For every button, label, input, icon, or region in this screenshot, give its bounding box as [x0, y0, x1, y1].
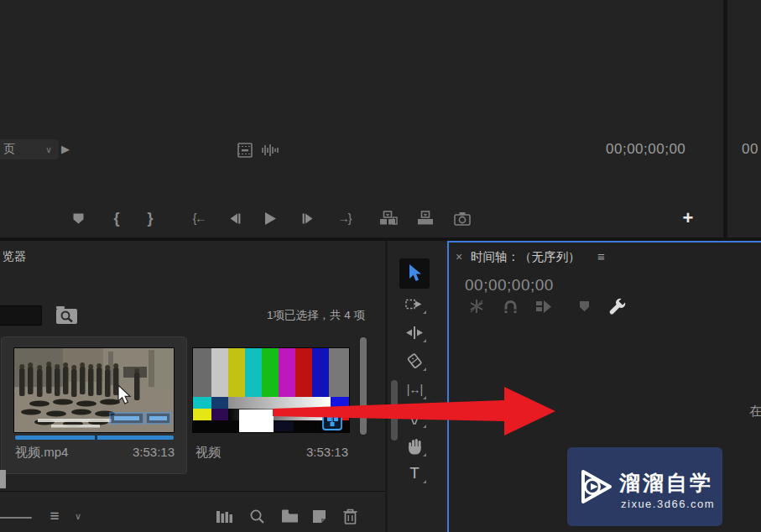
transport-controls: { } {← →} + — [0, 201, 723, 237]
mouse-cursor — [117, 384, 133, 406]
panel-divider[interactable] — [723, 0, 727, 237]
program-timecode-partial: 00 — [742, 141, 758, 158]
clip-duration: 3:53:13 — [298, 445, 348, 459]
step-forward-icon[interactable] — [295, 205, 321, 232]
watermark-badge: 溜溜自学 zixue.3d66.com — [567, 447, 722, 526]
play-icon[interactable] — [258, 205, 283, 232]
timeline-playhead-timecode[interactable]: 00;00;00;00 — [465, 276, 554, 295]
panel-tab-media-browser[interactable]: 览器 — [3, 249, 26, 264]
export-frame-icon[interactable] — [450, 205, 475, 232]
nest-sequences-icon[interactable] — [466, 295, 487, 317]
media-item-video-mp4[interactable]: 视频.mp4 3:53:13 — [2, 337, 186, 473]
clip-name[interactable]: 视频.mp4 — [15, 445, 68, 461]
selection-tool[interactable] — [399, 258, 430, 289]
add-marker-icon[interactable] — [573, 295, 595, 317]
scrub-playhead[interactable] — [95, 435, 97, 441]
clip-name[interactable]: 视频 — [195, 445, 221, 461]
tools-scrollbar[interactable] — [391, 380, 398, 441]
selection-status: 1项已选择，共 4 项 — [193, 308, 365, 323]
add-marker-icon[interactable] — [65, 205, 91, 232]
go-to-out-icon[interactable]: →} — [331, 205, 357, 232]
zoom-level-dropdown[interactable]: 页 ∨ — [0, 139, 59, 159]
mark-out-icon[interactable]: } — [138, 205, 163, 232]
new-bin-icon[interactable] — [279, 505, 300, 527]
clip-thumbnail[interactable] — [192, 347, 350, 433]
hand-tool[interactable] — [399, 434, 430, 459]
media-item-video-bars[interactable]: 视频 3:53:13 — [189, 337, 373, 473]
insert-icon[interactable] — [376, 205, 401, 232]
clear-trash-icon[interactable] — [339, 505, 361, 527]
overwrite-icon[interactable] — [413, 205, 438, 232]
clip-duration: 3:53:13 — [124, 445, 175, 459]
track-select-forward-tool[interactable] — [399, 291, 430, 316]
divider — [0, 491, 385, 492]
drag-video-only-icon[interactable] — [236, 141, 254, 159]
watermark-url: zixue.3d66.com — [621, 498, 715, 510]
clip-thumbnail[interactable] — [13, 347, 175, 433]
media-grid: 视频.mp4 3:53:13 — [0, 336, 385, 491]
chevron-down-icon[interactable]: ∨ — [67, 505, 89, 527]
ripple-edit-tool[interactable] — [399, 320, 430, 345]
slip-tool[interactable]: |↔| — [399, 377, 430, 402]
media-browser-panel: 览器 1项已选择，共 4 项 — [0, 241, 385, 532]
new-item-icon[interactable] — [308, 505, 330, 527]
panel-menu-icon[interactable]: ≡ — [597, 249, 605, 263]
zoom-level-value: 页 — [3, 142, 15, 157]
horizontal-scrollbar[interactable] — [0, 470, 6, 488]
sort-icons-icon[interactable]: ≡ — [44, 505, 65, 527]
razor-tool[interactable] — [399, 348, 430, 373]
flyout-arrow-icon[interactable]: ▶ — [61, 143, 70, 155]
thumbnail-scrub-bar[interactable] — [15, 436, 174, 440]
chevron-down-icon: ∨ — [45, 144, 52, 155]
pen-tool[interactable] — [399, 405, 430, 430]
automate-to-sequence-icon[interactable] — [214, 505, 236, 527]
go-to-in-icon[interactable]: {← — [186, 205, 211, 232]
linked-selection-icon[interactable] — [533, 295, 555, 317]
search-bins-icon[interactable] — [55, 305, 78, 325]
close-panel-icon[interactable]: × — [456, 250, 462, 263]
premiere-pro-app: 页 ∨ ▶ 00;00;00;00 00 { } {← — [0, 0, 761, 532]
vertical-scrollbar[interactable] — [360, 337, 367, 435]
snap-magnet-icon[interactable] — [499, 295, 521, 317]
thumbnail-zoom-slider[interactable] — [0, 517, 32, 519]
timeline-header: × 时间轴：（无序列） ≡ — [449, 249, 761, 266]
source-duration-timecode: 00;00;00;00 — [606, 141, 685, 158]
watermark-title: 溜溜自学 — [619, 469, 713, 497]
find-icon[interactable] — [246, 505, 268, 527]
timeline-settings-wrench-icon[interactable] — [607, 295, 628, 317]
watermark-play-logo-icon — [576, 467, 615, 506]
button-editor-icon[interactable]: + — [675, 205, 701, 232]
timeline-tab-title[interactable]: 时间轴：（无序列） — [471, 249, 581, 265]
step-back-icon[interactable] — [222, 205, 248, 232]
drop-media-hint-partial: 在 — [749, 404, 761, 420]
source-monitor-panel: 页 ∨ ▶ 00;00;00;00 00 { } {← — [0, 0, 761, 237]
mark-in-icon[interactable]: { — [104, 205, 129, 232]
type-tool[interactable]: T — [399, 461, 430, 486]
search-input[interactable] — [0, 305, 42, 326]
drag-audio-only-icon[interactable] — [261, 141, 279, 159]
